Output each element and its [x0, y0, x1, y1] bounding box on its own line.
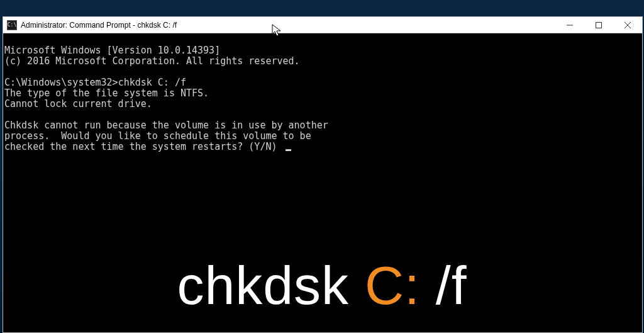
minimize-icon	[567, 22, 573, 28]
fs-type-line: The type of the file system is NTFS.	[4, 87, 209, 99]
message-line-2: process. Would you like to schedule this…	[4, 130, 311, 142]
prompt-path: C:\Windows\system32>	[4, 77, 118, 88]
app-icon: C:\	[7, 20, 17, 30]
command-line: C:\Windows\system32>chkdsk C: /f	[4, 77, 186, 88]
maximize-button[interactable]	[584, 17, 613, 33]
maximize-icon	[596, 22, 602, 28]
window-title: Administrator: Command Prompt - chkdsk C…	[21, 21, 177, 30]
window-controls	[555, 17, 642, 33]
copyright-line: (c) 2016 Microsoft Corporation. All righ…	[4, 55, 300, 67]
cannot-lock-line: Cannot lock current drive.	[4, 98, 152, 110]
text-cursor	[286, 149, 291, 151]
close-button[interactable]	[613, 17, 642, 33]
typed-command: chkdsk C: /f	[118, 77, 186, 88]
message-line-3: checked the next time the system restart…	[4, 141, 291, 152]
prompt-question: checked the next time the system restart…	[4, 141, 283, 152]
message-line-1: Chkdsk cannot run because the volume is …	[4, 120, 328, 131]
app-icon-label: C:\	[8, 23, 16, 28]
svg-rect-1	[596, 22, 602, 28]
minimize-button[interactable]	[555, 17, 584, 33]
version-line: Microsoft Windows [Version 10.0.14393]	[4, 45, 220, 56]
terminal-output[interactable]: Microsoft Windows [Version 10.0.14393] (…	[3, 33, 642, 332]
close-icon	[625, 22, 631, 28]
command-prompt-window: C:\ Administrator: Command Prompt - chkd…	[3, 16, 643, 333]
title-bar[interactable]: C:\ Administrator: Command Prompt - chkd…	[3, 17, 642, 33]
